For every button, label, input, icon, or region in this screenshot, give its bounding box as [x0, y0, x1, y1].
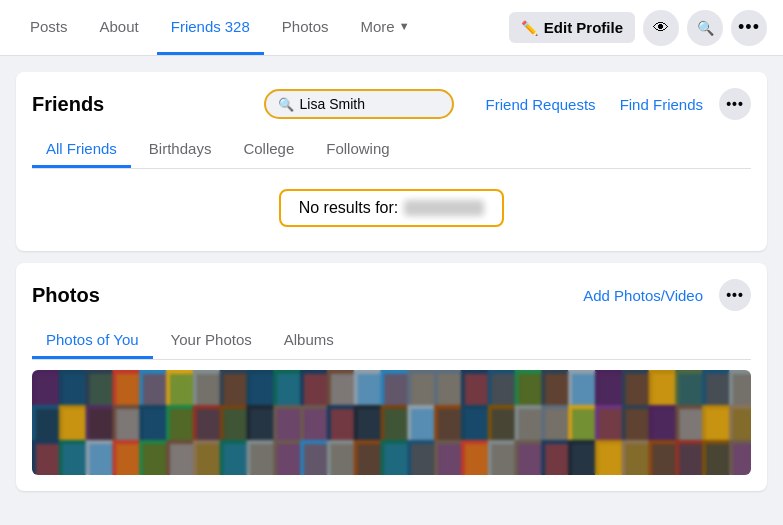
friends-more-button[interactable]: ••• — [719, 88, 751, 120]
no-results-box: No results for: — [279, 189, 505, 227]
search-icon: 🔍 — [697, 20, 714, 36]
friends-header-actions: Friend Requests Find Friends ••• — [478, 88, 751, 120]
search-name-redacted — [404, 200, 484, 216]
search-button[interactable]: 🔍 — [687, 10, 723, 46]
nav-tab-posts[interactable]: Posts — [16, 0, 82, 55]
nav-actions: ✏️ Edit Profile 👁 🔍 ••• — [509, 10, 767, 46]
search-icon: 🔍 — [278, 97, 294, 112]
friends-tab-college[interactable]: College — [229, 132, 308, 168]
no-results-area: No results for: — [32, 169, 751, 235]
friend-requests-button[interactable]: Friend Requests — [478, 90, 604, 119]
more-options-button[interactable]: ••• — [731, 10, 767, 46]
nav-tabs: Posts About Friends 328 Photos More ▼ — [16, 0, 424, 55]
friends-search-input[interactable] — [300, 96, 420, 112]
nav-tab-about[interactable]: About — [86, 0, 153, 55]
main-content: Friends 🔍 Friend Requests Find Friends •… — [0, 56, 783, 507]
friends-search-box[interactable]: 🔍 — [264, 89, 454, 119]
photos-more-button[interactable]: ••• — [719, 279, 751, 311]
friends-tab-all[interactable]: All Friends — [32, 132, 131, 168]
eye-button[interactable]: 👁 — [643, 10, 679, 46]
dots-icon: ••• — [738, 17, 760, 38]
top-nav: Posts About Friends 328 Photos More ▼ ✏️… — [0, 0, 783, 56]
friends-title: Friends — [32, 93, 252, 116]
photos-title: Photos — [32, 284, 575, 307]
friends-sub-tabs: All Friends Birthdays College Following — [32, 132, 751, 169]
photos-section: Photos Add Photos/Video ••• Photos of Yo… — [16, 263, 767, 491]
nav-tab-photos[interactable]: Photos — [268, 0, 343, 55]
nav-tab-more[interactable]: More ▼ — [346, 0, 423, 55]
chevron-down-icon: ▼ — [399, 20, 410, 32]
nav-tab-friends[interactable]: Friends 328 — [157, 0, 264, 55]
friends-header: Friends 🔍 Friend Requests Find Friends •… — [32, 88, 751, 120]
friends-section: Friends 🔍 Friend Requests Find Friends •… — [16, 72, 767, 251]
photos-tab-your-photos[interactable]: Your Photos — [157, 323, 266, 359]
eye-icon: 👁 — [653, 19, 669, 37]
photos-header: Photos Add Photos/Video ••• — [32, 279, 751, 311]
friends-tab-birthdays[interactable]: Birthdays — [135, 132, 226, 168]
add-photos-button[interactable]: Add Photos/Video — [575, 281, 711, 310]
friends-tab-following[interactable]: Following — [312, 132, 403, 168]
photos-sub-tabs: Photos of You Your Photos Albums — [32, 323, 751, 360]
photos-tab-albums[interactable]: Albums — [270, 323, 348, 359]
dots-icon: ••• — [726, 96, 744, 112]
pencil-icon: ✏️ — [521, 20, 538, 36]
photos-tab-photos-of-you[interactable]: Photos of You — [32, 323, 153, 359]
edit-profile-button[interactable]: ✏️ Edit Profile — [509, 12, 635, 43]
find-friends-button[interactable]: Find Friends — [612, 90, 711, 119]
dots-icon: ••• — [726, 287, 744, 303]
